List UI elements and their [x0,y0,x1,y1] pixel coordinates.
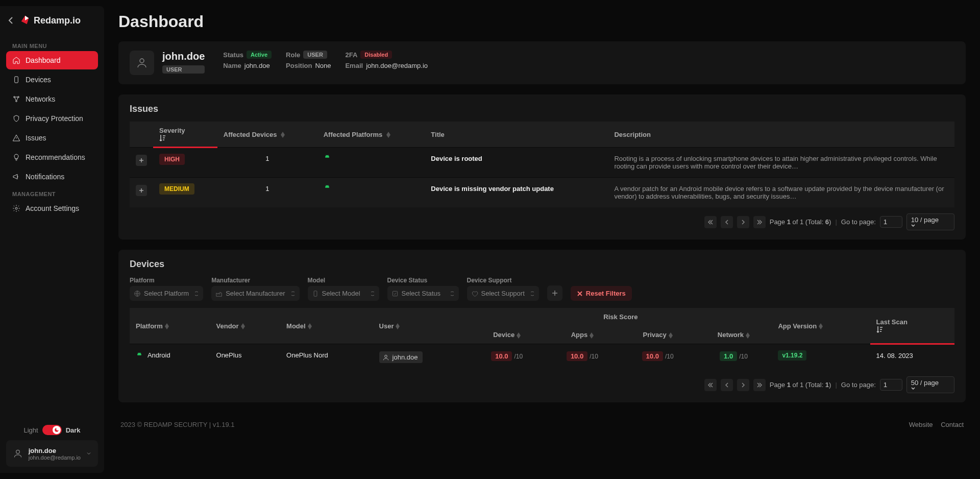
device-row: Android OnePlus OnePlus Nord john.doe 10… [130,344,954,371]
per-page-select[interactable]: 50 / page [906,376,954,393]
theme-toggle[interactable] [42,425,62,435]
nav-recommendations[interactable]: Recommendations [6,148,98,166]
sidebar-user-card[interactable]: john.doe john.doe@redamp.io [6,440,98,467]
nav-devices[interactable]: Devices [6,70,98,89]
devices-pagination: Page 1 of 1 (Total: 1) | Go to page: 50 … [130,370,954,393]
back-button[interactable] [6,14,15,27]
sort-icon [396,323,400,329]
first-page-button[interactable] [704,379,717,391]
reset-filters-button[interactable]: Reset Filters [571,286,632,301]
col-apps-score[interactable]: Apps [545,326,620,344]
col-device-score[interactable]: Device [469,326,545,344]
nav-privacy[interactable]: Privacy Protection [6,109,98,128]
filter-platform-select[interactable]: Select Platform [130,286,203,301]
next-page-button[interactable] [737,379,749,391]
chevron-down-icon [911,387,942,391]
next-page-button[interactable] [737,216,749,228]
filter-support-select[interactable]: Select Support [467,286,539,301]
android-icon [136,352,143,360]
goto-label: Go to page: [841,218,876,226]
last-page-button[interactable] [753,379,766,391]
col-model[interactable]: Model [280,308,373,344]
per-page-select[interactable]: 10 / page [906,213,954,230]
nav-label: Networks [26,95,55,103]
expand-button[interactable] [136,155,147,166]
brand-name: Redamp.io [34,15,81,26]
prev-page-button[interactable] [721,379,733,391]
factory-icon [215,290,223,297]
globe-icon [134,290,141,297]
col-user[interactable]: User [373,308,470,344]
sort-desc-icon [876,326,948,333]
col-privacy-score[interactable]: Privacy [620,326,696,344]
filter-support-label: Device Support [467,277,539,284]
model-name: OnePlus Nord [280,344,373,371]
page-title: Dashboard [118,12,966,31]
prev-page-button[interactable] [721,216,733,228]
sort-icon [517,332,521,339]
network-icon [12,95,20,103]
affected-devices-count: 1 [217,148,317,178]
issue-title: Device is rooted [425,148,608,178]
footer-contact-link[interactable]: Contact [941,421,964,428]
issue-description: Rooting is a process of unlocking smartp… [608,148,954,178]
brand-logo: Redamp.io [19,15,81,26]
col-version[interactable]: App Version [772,308,870,344]
col-affected-devices[interactable]: Affected Devices [217,122,317,148]
privacy-score: 10.0 [642,351,663,361]
nav-label: Privacy Protection [26,114,83,123]
nav-label: Recommendations [26,153,85,161]
affected-devices-count: 1 [217,178,317,208]
goto-page-input[interactable] [880,216,902,228]
col-last-scan[interactable]: Last Scan [870,308,954,344]
nav-notifications[interactable]: Notifications [6,167,98,186]
chevron-down-icon [450,291,455,296]
nav-issues[interactable]: Issues [6,129,98,147]
user-chip[interactable]: john.doe [379,351,423,363]
issues-pagination: Page 1 of 1 (Total: 6) | Go to page: 10 … [130,207,954,230]
issue-row: MEDIUM 1 Device is missing vendor patch … [130,178,954,208]
filter-model-label: Model [308,277,379,284]
col-network-score[interactable]: Network [695,326,772,344]
sort-icon [746,332,750,339]
first-page-button[interactable] [704,216,717,228]
col-vendor[interactable]: Vendor [210,308,281,344]
nav-networks[interactable]: Networks [6,90,98,108]
filter-model-select[interactable]: Select Model [308,286,379,301]
name-value: john.doe [244,62,270,69]
email-label: Email [345,62,363,69]
user-icon [382,354,389,361]
svg-rect-9 [393,291,397,296]
col-platform[interactable]: Platform [130,308,210,344]
footer-copyright: 2023 © REDAMP SECURITY | v1.19.1 [120,421,234,428]
expand-button[interactable] [136,185,147,196]
footer-website-link[interactable]: Website [909,421,933,428]
heart-icon [471,290,478,297]
svg-point-5 [16,450,20,453]
email-value: john.doe@redamp.io [366,62,428,69]
last-scan-date: 14. 08. 2023 [870,344,954,371]
severity-badge: MEDIUM [159,183,194,195]
filter-status-select[interactable]: Select Status [387,286,459,301]
nav-dashboard[interactable]: Dashboard [6,51,98,69]
management-section-label: MANAGEMENT [6,187,98,199]
sort-icon [308,323,312,329]
filter-manufacturer-select[interactable]: Select Manufacturer [211,286,299,301]
add-filter-button[interactable] [547,285,562,301]
user-role-badge: USER [162,65,205,74]
bulb-icon [12,153,20,161]
last-page-button[interactable] [753,216,766,228]
page-info: Page 1 of 1 (Total: 1) [770,381,831,389]
network-score: 1.0 [720,351,737,361]
nav-label: Issues [26,134,46,142]
warning-icon [12,134,20,142]
platform-name: Android [148,351,170,359]
col-severity[interactable]: Severity [153,122,217,148]
filter-manufacturer-label: Manufacturer [211,277,299,284]
severity-badge: HIGH [159,154,185,165]
goto-page-input[interactable] [880,379,902,391]
footer: 2023 © REDAMP SECURITY | v1.19.1 Website… [118,413,966,430]
nav-account-settings[interactable]: Account Settings [6,199,98,218]
logo-icon [19,15,31,26]
col-affected-platforms[interactable]: Affected Platforms [317,122,425,148]
